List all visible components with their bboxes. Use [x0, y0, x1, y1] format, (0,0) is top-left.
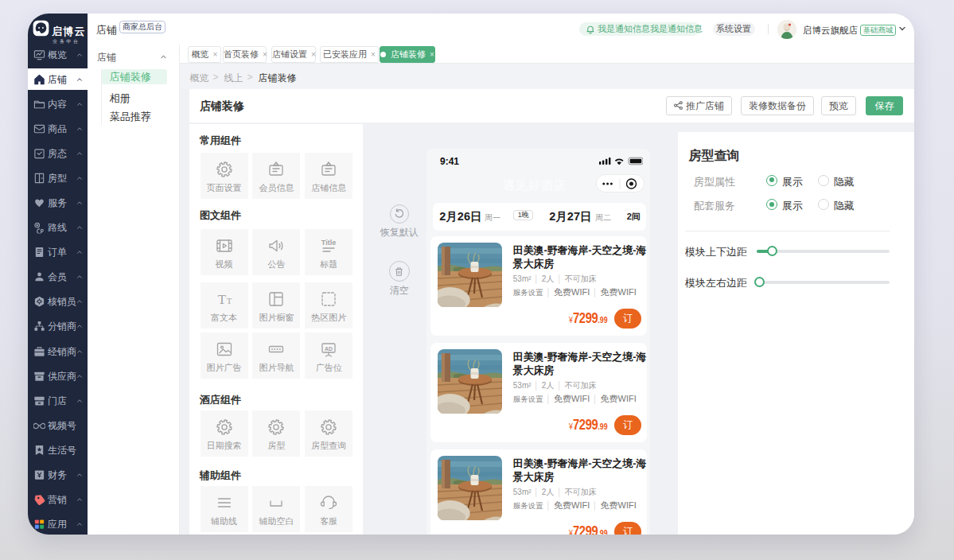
svg-text:T: T — [217, 292, 226, 307]
svg-text:Title: Title — [321, 239, 336, 247]
svg-text:T: T — [226, 296, 232, 305]
svg-text:AD: AD — [325, 346, 333, 352]
